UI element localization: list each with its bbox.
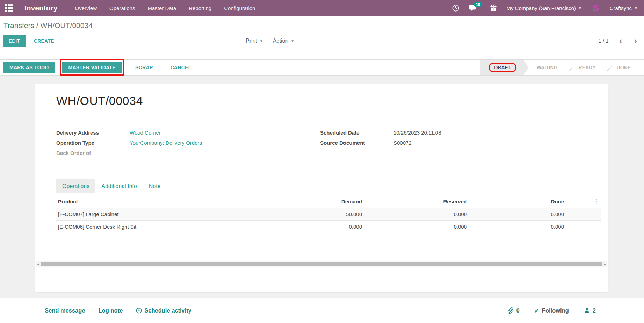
nav-item-overview[interactable]: Overview [75, 5, 97, 11]
cell-done[interactable]: 0.000 [469, 208, 566, 221]
followers-button[interactable]: 2 [584, 307, 596, 314]
chevron-down-icon: ▼ [260, 39, 263, 43]
chevron-down-icon: ▼ [291, 39, 294, 43]
field-source-document: Source Document S00072 [320, 139, 594, 146]
followers-count: 2 [593, 307, 596, 314]
breadcrumb-separator: / [34, 21, 41, 29]
tab-operations[interactable]: Operations [56, 179, 95, 193]
control-buttons-row: EDIT CREATE Print ▼ Action ▼ 1 / 1 ‹ › [0, 35, 644, 48]
following-label: Following [542, 307, 569, 314]
status-separator-icon [566, 60, 570, 75]
chatter-meta: 0 ✔ Following 2 [507, 307, 644, 314]
status-separator-icon [604, 60, 608, 75]
mark-as-todo-button[interactable]: MARK AS TODO [3, 62, 55, 73]
chevron-down-icon: ▼ [634, 6, 638, 10]
breadcrumb: Transfers / WH/OUT/00034 [0, 16, 644, 30]
main-content: WH/OUT/00034 Delivery Address Wood Corne… [0, 76, 644, 298]
main-menu: Overview Operations Master Data Reportin… [75, 5, 255, 11]
table-row[interactable]: [E-COM06] Corner Desk Right Sit 0.000 0.… [56, 221, 601, 233]
cell-demand[interactable]: 0.000 [259, 221, 364, 233]
field-scheduled-date: Scheduled Date 10/26/2023 20:11:08 [320, 129, 594, 136]
column-header-done[interactable]: Done [469, 195, 566, 208]
nav-item-operations[interactable]: Operations [109, 5, 135, 11]
schedule-activity-button[interactable]: Schedule activity [136, 307, 191, 314]
scrap-button[interactable]: SCRAP [129, 62, 159, 73]
field-delivery-address: Delivery Address Wood Corner [56, 129, 320, 136]
gift-icon[interactable] [490, 4, 497, 12]
cell-product[interactable]: [E-COM06] Corner Desk Right Sit [56, 221, 259, 233]
log-note-button[interactable]: Log note [99, 307, 123, 314]
statusbar-buttons: MARK AS TODO MASTER VALIDATE SCRAP CANCE… [0, 59, 198, 76]
operation-type-link[interactable]: YourCompany: Delivery Orders [130, 139, 202, 146]
top-navbar: Inventory Overview Operations Master Dat… [0, 0, 644, 16]
source-document-value: S00072 [393, 139, 412, 146]
clock-icon [136, 308, 142, 314]
annotation-pill-draft: DRAFT [489, 63, 516, 72]
statusbar: MARK AS TODO MASTER VALIDATE SCRAP CANCE… [0, 59, 644, 76]
cell-product[interactable]: [E-COM07] Large Cabinet [56, 208, 259, 221]
edit-button[interactable]: EDIT [3, 35, 26, 47]
breadcrumb-current: WH/OUT/00034 [40, 21, 92, 29]
breadcrumb-transfers[interactable]: Transfers [3, 21, 34, 29]
send-message-button[interactable]: Send message [45, 307, 85, 314]
app-name[interactable]: Inventory [24, 4, 58, 12]
column-header-product[interactable]: Product [56, 195, 259, 208]
field-label: Scheduled Date [320, 129, 393, 136]
status-waiting[interactable]: WAITING [528, 60, 566, 75]
nav-item-configuration[interactable]: Configuration [224, 5, 255, 11]
field-label: Operation Type [56, 139, 130, 146]
master-validate-button[interactable]: MASTER VALIDATE [62, 62, 122, 73]
field-label: Delivery Address [56, 129, 130, 136]
messages-icon[interactable]: 18 [469, 4, 476, 12]
table-header-row: Product Demand Reserved Done ⋮ [56, 195, 601, 208]
schedule-activity-label: Schedule activity [144, 307, 191, 314]
field-label: Source Document [320, 139, 393, 146]
cell-reserved[interactable]: 0.000 [364, 208, 469, 221]
scrollbar-thumb[interactable] [41, 262, 602, 266]
print-menu-label: Print [246, 38, 257, 44]
print-menu[interactable]: Print ▼ [246, 38, 263, 44]
field-operation-type: Operation Type YourCompany: Delivery Ord… [56, 139, 320, 146]
tab-note[interactable]: Note [143, 179, 167, 193]
pager: 1 / 1 ‹ › [598, 37, 637, 44]
cancel-button[interactable]: CANCEL [164, 62, 197, 73]
action-menu[interactable]: Action ▼ [273, 38, 294, 44]
company-name: My Company (San Francisco) [506, 5, 576, 11]
nav-item-reporting[interactable]: Reporting [189, 5, 211, 11]
scroll-right-icon[interactable]: ▸ [602, 263, 607, 266]
cell-reserved[interactable]: 0.000 [364, 221, 469, 233]
column-header-demand[interactable]: Demand [259, 195, 364, 208]
status-pipeline: DRAFT WAITING READY DONE [480, 60, 644, 75]
cell-demand[interactable]: 50.000 [259, 208, 364, 221]
annotation-box-master-validate: MASTER VALIDATE [60, 59, 124, 76]
status-ready[interactable]: READY [570, 60, 604, 75]
following-button[interactable]: ✔ Following [534, 307, 569, 314]
apps-grid-icon[interactable] [5, 4, 13, 12]
chevron-down-icon: ▼ [578, 6, 582, 10]
user-name: Craftsync [610, 5, 632, 11]
cell-done[interactable]: 0.000 [469, 221, 566, 233]
notebook-tabs: Operations Additional Info Note [56, 179, 594, 193]
delivery-address-link[interactable]: Wood Corner [130, 129, 161, 136]
activities-clock-icon[interactable] [452, 4, 460, 12]
column-header-reserved[interactable]: Reserved [364, 195, 469, 208]
status-done[interactable]: DONE [608, 60, 639, 75]
attachments-button[interactable]: 0 [507, 307, 520, 314]
scroll-left-icon[interactable]: ◂ [36, 263, 41, 266]
table-row[interactable]: [E-COM07] Large Cabinet 50.000 0.000 0.0… [56, 208, 601, 221]
tab-additional-info[interactable]: Additional Info [95, 179, 143, 193]
navbar-left: Inventory Overview Operations Master Dat… [0, 4, 255, 12]
status-draft[interactable]: DRAFT [480, 60, 528, 75]
user-menu[interactable]: Craftsync ▼ [610, 5, 638, 11]
action-menu-label: Action [273, 38, 288, 44]
pager-previous-icon[interactable]: ‹ [619, 37, 622, 44]
chatter-actions: Send message Log note Schedule activity [0, 307, 191, 314]
paperclip-icon [507, 307, 514, 314]
horizontal-scrollbar[interactable]: ◂ ▸ [36, 261, 607, 267]
company-switcher[interactable]: My Company (San Francisco) ▼ [506, 5, 581, 11]
user-avatar[interactable]: S [591, 3, 601, 13]
pager-next-icon[interactable]: › [634, 37, 637, 44]
create-button[interactable]: CREATE [29, 35, 59, 47]
column-options-icon[interactable]: ⋮ [594, 198, 599, 204]
nav-item-master-data[interactable]: Master Data [147, 5, 176, 11]
